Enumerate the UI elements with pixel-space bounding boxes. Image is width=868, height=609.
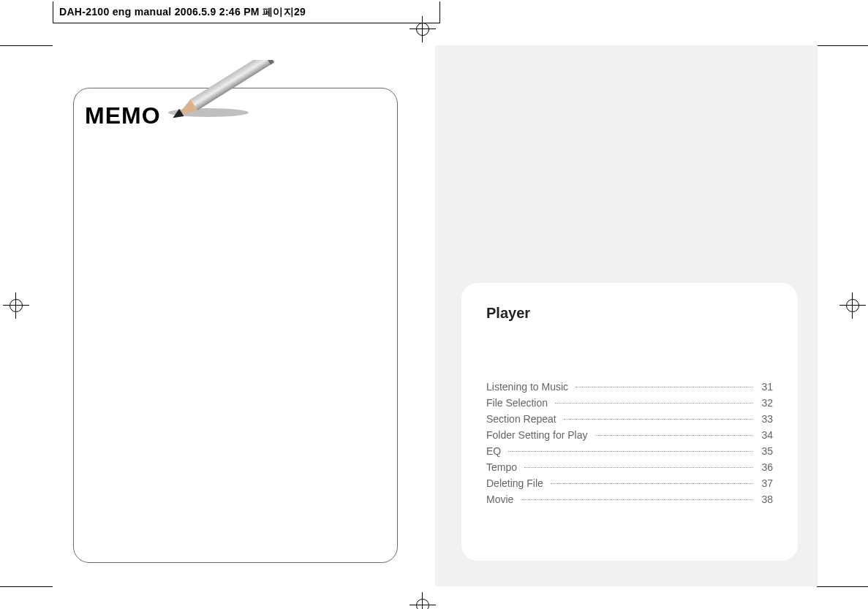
- toc-leader-dots: [551, 483, 752, 484]
- toc-label: EQ: [486, 443, 504, 459]
- toc-page-number: 32: [757, 395, 773, 411]
- trim-line: [817, 45, 868, 46]
- toc-leader-dots: [595, 435, 752, 436]
- toc-page-number: 36: [757, 459, 773, 475]
- svg-rect-4: [264, 60, 275, 64]
- toc-item: Deleting File 37: [486, 475, 773, 491]
- memo-title: MEMO: [85, 102, 161, 129]
- toc-label: Tempo: [486, 459, 520, 475]
- toc-label: Section Repeat: [486, 411, 559, 427]
- print-slug-header: DAH-2100 eng manual 2006.5.9 2:46 PM 페이지…: [53, 1, 440, 23]
- toc-page-number: 35: [757, 443, 773, 459]
- page-right: Player Listening to Music 31 File Select…: [435, 45, 818, 586]
- trim-line: [817, 586, 868, 587]
- toc-label: Folder Setting for Play: [486, 427, 591, 443]
- toc-label: Deleting File: [486, 475, 546, 491]
- toc-label: Movie: [486, 491, 516, 507]
- toc-item: Section Repeat 33: [486, 411, 773, 427]
- toc-label: Listening to Music: [486, 379, 571, 395]
- toc-leader-dots: [564, 419, 752, 420]
- registration-mark-left: [3, 292, 29, 319]
- toc-item: File Selection 32: [486, 395, 773, 411]
- toc-leader-dots: [521, 499, 752, 500]
- memo-panel: [73, 88, 398, 563]
- trim-line: [0, 45, 53, 46]
- page-spread: MEMO: [53, 45, 818, 586]
- registration-mark-right: [839, 292, 866, 319]
- toc-page-number: 31: [757, 379, 773, 395]
- toc-leader-dots: [575, 387, 752, 387]
- player-panel: Player Listening to Music 31 File Select…: [461, 283, 798, 561]
- toc-leader-dots: [524, 467, 752, 468]
- toc-page-number: 33: [757, 411, 773, 427]
- toc-item: Movie 38: [486, 491, 773, 507]
- trim-line: [0, 586, 53, 587]
- toc-page-number: 38: [757, 491, 773, 507]
- slug-text: DAH-2100 eng manual 2006.5.9 2:46 PM 페이지…: [59, 6, 306, 19]
- toc-item: Listening to Music 31: [486, 379, 773, 395]
- section-title: Player: [486, 305, 773, 322]
- toc-page-number: 37: [757, 475, 773, 491]
- toc-page-number: 34: [757, 427, 773, 443]
- toc-item: Tempo 36: [486, 459, 773, 475]
- registration-mark-top: [410, 16, 436, 42]
- toc-item: Folder Setting for Play 34: [486, 427, 773, 443]
- toc-list: Listening to Music 31 File Selection 32 …: [486, 379, 773, 507]
- toc-leader-dots: [508, 451, 752, 452]
- toc-label: File Selection: [486, 395, 551, 411]
- registration-mark-bottom: [410, 592, 436, 609]
- toc-item: EQ 35: [486, 443, 773, 459]
- toc-leader-dots: [555, 403, 752, 404]
- page-left: MEMO: [53, 45, 435, 586]
